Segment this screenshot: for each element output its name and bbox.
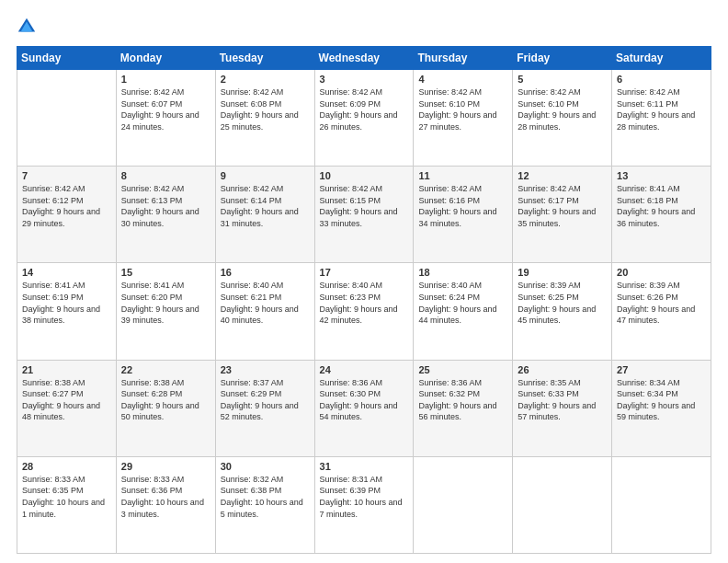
day-info: Sunrise: 8:33 AMSunset: 6:35 PMDaylight:… (22, 474, 111, 520)
day-info: Sunrise: 8:40 AMSunset: 6:23 PMDaylight:… (320, 280, 409, 326)
day-cell: 19 Sunrise: 8:39 AMSunset: 6:25 PMDaylig… (513, 263, 612, 360)
weekday-header-friday: Friday (513, 47, 612, 70)
day-cell: 8 Sunrise: 8:42 AMSunset: 6:13 PMDayligh… (116, 167, 215, 263)
day-cell: 1 Sunrise: 8:42 AMSunset: 6:07 PMDayligh… (116, 70, 215, 167)
day-number: 12 (518, 170, 607, 181)
day-info: Sunrise: 8:40 AMSunset: 6:21 PMDaylight:… (221, 280, 310, 326)
day-number: 30 (221, 461, 310, 472)
day-info: Sunrise: 8:42 AMSunset: 6:10 PMDaylight:… (518, 86, 607, 132)
day-info: Sunrise: 8:36 AMSunset: 6:30 PMDaylight:… (320, 377, 409, 423)
day-cell: 25 Sunrise: 8:36 AMSunset: 6:32 PMDaylig… (414, 360, 513, 456)
day-cell: 2 Sunrise: 8:42 AMSunset: 6:08 PMDayligh… (215, 70, 314, 167)
day-info: Sunrise: 8:34 AMSunset: 6:34 PMDaylight:… (617, 377, 706, 423)
day-number: 1 (121, 74, 210, 85)
day-cell (17, 70, 117, 167)
day-number: 2 (221, 74, 310, 85)
day-info: Sunrise: 8:32 AMSunset: 6:38 PMDaylight:… (221, 474, 310, 520)
day-cell: 27 Sunrise: 8:34 AMSunset: 6:34 PMDaylig… (612, 360, 711, 456)
day-number: 26 (518, 364, 607, 375)
day-number: 10 (320, 170, 409, 181)
day-number: 11 (418, 170, 507, 181)
weekday-header-thursday: Thursday (414, 47, 513, 70)
day-info: Sunrise: 8:41 AMSunset: 6:20 PMDaylight:… (121, 280, 210, 326)
day-number: 25 (418, 364, 507, 375)
day-info: Sunrise: 8:38 AMSunset: 6:28 PMDaylight:… (121, 377, 210, 423)
day-cell: 9 Sunrise: 8:42 AMSunset: 6:14 PMDayligh… (215, 167, 314, 263)
day-cell: 17 Sunrise: 8:40 AMSunset: 6:23 PMDaylig… (314, 263, 414, 360)
day-cell: 7 Sunrise: 8:42 AMSunset: 6:12 PMDayligh… (17, 167, 117, 263)
day-info: Sunrise: 8:42 AMSunset: 6:13 PMDaylight:… (121, 183, 210, 229)
day-number: 24 (320, 364, 409, 375)
day-cell: 6 Sunrise: 8:42 AMSunset: 6:11 PMDayligh… (612, 70, 711, 167)
day-number: 13 (617, 170, 706, 181)
day-number: 31 (320, 461, 409, 472)
day-cell: 15 Sunrise: 8:41 AMSunset: 6:20 PMDaylig… (116, 263, 215, 360)
logo-icon (17, 17, 37, 37)
week-row-2: 7 Sunrise: 8:42 AMSunset: 6:12 PMDayligh… (17, 167, 711, 263)
day-number: 6 (617, 74, 706, 85)
day-cell: 21 Sunrise: 8:38 AMSunset: 6:27 PMDaylig… (17, 360, 117, 456)
day-info: Sunrise: 8:33 AMSunset: 6:36 PMDaylight:… (121, 474, 210, 520)
day-cell (513, 456, 612, 553)
day-number: 9 (221, 170, 310, 181)
day-cell: 11 Sunrise: 8:42 AMSunset: 6:16 PMDaylig… (414, 167, 513, 263)
day-number: 28 (22, 461, 111, 472)
day-number: 14 (22, 267, 111, 278)
day-cell: 24 Sunrise: 8:36 AMSunset: 6:30 PMDaylig… (314, 360, 414, 456)
week-row-4: 21 Sunrise: 8:38 AMSunset: 6:27 PMDaylig… (17, 360, 711, 456)
day-cell: 14 Sunrise: 8:41 AMSunset: 6:19 PMDaylig… (17, 263, 117, 360)
day-info: Sunrise: 8:42 AMSunset: 6:15 PMDaylight:… (320, 183, 409, 229)
logo (17, 17, 40, 37)
day-number: 20 (617, 267, 706, 278)
day-number: 29 (121, 461, 210, 472)
day-cell: 30 Sunrise: 8:32 AMSunset: 6:38 PMDaylig… (215, 456, 314, 553)
page: SundayMondayTuesdayWednesdayThursdayFrid… (0, 0, 728, 563)
weekday-header-sunday: Sunday (17, 47, 117, 70)
day-number: 15 (121, 267, 210, 278)
week-row-3: 14 Sunrise: 8:41 AMSunset: 6:19 PMDaylig… (17, 263, 711, 360)
day-number: 27 (617, 364, 706, 375)
week-row-1: 1 Sunrise: 8:42 AMSunset: 6:07 PMDayligh… (17, 70, 711, 167)
day-cell: 29 Sunrise: 8:33 AMSunset: 6:36 PMDaylig… (116, 456, 215, 553)
day-number: 3 (320, 74, 409, 85)
day-info: Sunrise: 8:39 AMSunset: 6:26 PMDaylight:… (617, 280, 706, 326)
day-cell: 13 Sunrise: 8:41 AMSunset: 6:18 PMDaylig… (612, 167, 711, 263)
day-info: Sunrise: 8:42 AMSunset: 6:12 PMDaylight:… (22, 183, 111, 229)
calendar-table: SundayMondayTuesdayWednesdayThursdayFrid… (17, 46, 711, 554)
day-info: Sunrise: 8:42 AMSunset: 6:10 PMDaylight:… (418, 86, 507, 132)
day-info: Sunrise: 8:40 AMSunset: 6:24 PMDaylight:… (418, 280, 507, 326)
day-number: 19 (518, 267, 607, 278)
day-cell: 10 Sunrise: 8:42 AMSunset: 6:15 PMDaylig… (314, 167, 414, 263)
day-cell: 26 Sunrise: 8:35 AMSunset: 6:33 PMDaylig… (513, 360, 612, 456)
day-number: 22 (121, 364, 210, 375)
weekday-header-saturday: Saturday (612, 47, 711, 70)
day-info: Sunrise: 8:41 AMSunset: 6:19 PMDaylight:… (22, 280, 111, 326)
day-cell: 22 Sunrise: 8:38 AMSunset: 6:28 PMDaylig… (116, 360, 215, 456)
day-cell: 31 Sunrise: 8:31 AMSunset: 6:39 PMDaylig… (314, 456, 414, 553)
day-info: Sunrise: 8:42 AMSunset: 6:11 PMDaylight:… (617, 86, 706, 132)
weekday-header-row: SundayMondayTuesdayWednesdayThursdayFrid… (17, 47, 711, 70)
day-info: Sunrise: 8:37 AMSunset: 6:29 PMDaylight:… (221, 377, 310, 423)
day-cell: 5 Sunrise: 8:42 AMSunset: 6:10 PMDayligh… (513, 70, 612, 167)
day-info: Sunrise: 8:35 AMSunset: 6:33 PMDaylight:… (518, 377, 607, 423)
day-info: Sunrise: 8:42 AMSunset: 6:09 PMDaylight:… (320, 86, 409, 132)
day-cell (414, 456, 513, 553)
day-number: 21 (22, 364, 111, 375)
day-cell: 28 Sunrise: 8:33 AMSunset: 6:35 PMDaylig… (17, 456, 117, 553)
day-cell: 23 Sunrise: 8:37 AMSunset: 6:29 PMDaylig… (215, 360, 314, 456)
day-info: Sunrise: 8:38 AMSunset: 6:27 PMDaylight:… (22, 377, 111, 423)
day-number: 8 (121, 170, 210, 181)
day-info: Sunrise: 8:39 AMSunset: 6:25 PMDaylight:… (518, 280, 607, 326)
day-number: 7 (22, 170, 111, 181)
day-number: 16 (221, 267, 310, 278)
day-number: 17 (320, 267, 409, 278)
weekday-header-wednesday: Wednesday (314, 47, 414, 70)
day-cell: 3 Sunrise: 8:42 AMSunset: 6:09 PMDayligh… (314, 70, 414, 167)
day-cell: 4 Sunrise: 8:42 AMSunset: 6:10 PMDayligh… (414, 70, 513, 167)
day-info: Sunrise: 8:31 AMSunset: 6:39 PMDaylight:… (320, 474, 409, 520)
day-number: 5 (518, 74, 607, 85)
day-number: 23 (221, 364, 310, 375)
day-number: 18 (418, 267, 507, 278)
header (17, 17, 711, 37)
day-info: Sunrise: 8:42 AMSunset: 6:14 PMDaylight:… (221, 183, 310, 229)
